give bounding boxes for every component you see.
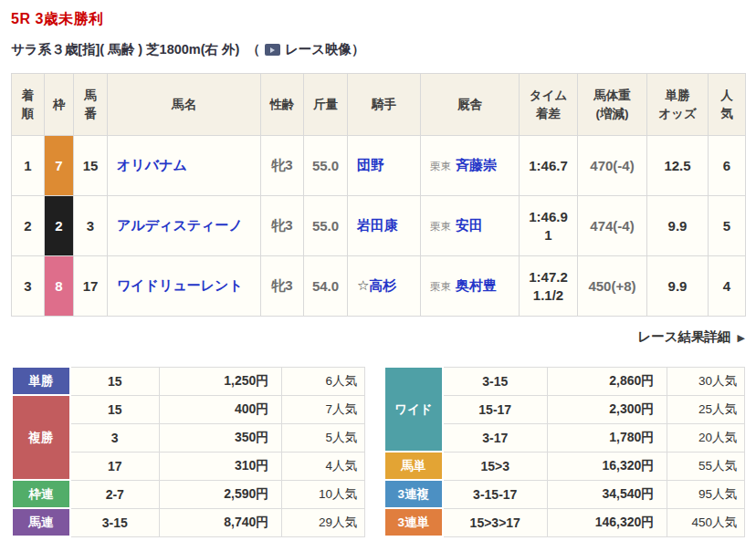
payout-popularity: 30人気 — [667, 367, 745, 395]
payout-combination: 15-17 — [443, 395, 548, 423]
time-margin-cell: 1:46.7 — [520, 136, 578, 196]
jockey-prefix: ☆ — [357, 277, 369, 293]
payout-type-label: 単勝 — [12, 367, 70, 395]
horse-name-cell: アルディスティーノ — [108, 196, 261, 256]
payout-table-left: 単勝 15 1,250円 6人気 複勝 15 400円 7人気 3 350円 5… — [11, 366, 365, 537]
payout-type-label: 複勝 — [12, 395, 70, 480]
payout-row: 枠連 2-7 2,590円 10人気 — [12, 480, 365, 508]
trainer-link[interactable]: 奥村豊 — [456, 277, 497, 293]
horse-weight: 470(-4) — [578, 136, 647, 196]
frame-number: 8 — [45, 256, 74, 317]
finish-time: 1:46.7 — [520, 157, 577, 175]
col-header-time-margin: タイム 着差 — [520, 74, 578, 136]
payout-row: 馬単 15>3 16,320円 55人気 — [384, 452, 744, 480]
col-header-frame: 枠 — [45, 74, 74, 136]
finish-position: 3 — [12, 256, 45, 317]
stable-cell: 栗東奥村豊 — [421, 256, 520, 317]
jockey-cell: 団野 — [348, 136, 421, 196]
race-video-link[interactable]: （ レース映像 ） — [247, 41, 364, 58]
carried-weight: 55.0 — [304, 136, 348, 196]
payout-amount: 2,590円 — [159, 480, 282, 508]
horse-number: 15 — [74, 136, 108, 196]
finish-position: 1 — [12, 136, 45, 196]
sex-age: 牝3 — [261, 256, 304, 317]
trainer-link[interactable]: 斉藤崇 — [456, 157, 497, 172]
trainer-link[interactable]: 安田 — [456, 217, 483, 233]
payout-combination: 3-15 — [443, 367, 548, 395]
jockey-link[interactable]: 岩田康 — [357, 217, 398, 233]
win-odds: 9.9 — [647, 196, 709, 256]
col-header-win-odds: 単勝 オッズ — [647, 74, 709, 136]
payout-popularity: 95人気 — [667, 480, 745, 508]
payout-section: 単勝 15 1,250円 6人気 複勝 15 400円 7人気 3 350円 5… — [11, 366, 745, 537]
horse-name-link[interactable]: オリバナム — [117, 157, 187, 172]
payout-combination: 15>3 — [443, 452, 548, 480]
frame-number: 7 — [45, 136, 74, 196]
carried-weight: 55.0 — [304, 196, 348, 256]
horse-name-link[interactable]: アルディスティーノ — [117, 217, 243, 233]
payout-amount: 146,320円 — [547, 508, 667, 536]
payout-type-label: 馬連 — [12, 508, 70, 536]
col-header-jockey: 騎手 — [348, 74, 421, 136]
payout-row: 馬連 3-15 8,740円 29人気 — [12, 508, 365, 536]
payout-combination: 3-15-17 — [443, 480, 548, 508]
jockey-link[interactable]: 団野 — [357, 157, 384, 172]
payout-table-right: ワイド 3-15 2,860円 30人気 15-17 2,300円 25人気 3… — [383, 366, 745, 537]
payout-amount: 1,780円 — [547, 423, 667, 452]
horse-weight: 450(+8) — [578, 256, 647, 317]
col-header-horse-name: 馬名 — [108, 74, 261, 136]
payout-popularity: 7人気 — [282, 395, 365, 423]
race-video-link-label[interactable]: レース映像 — [285, 41, 352, 58]
finish-time: 1:46.9 — [520, 208, 577, 226]
payout-amount: 400円 — [159, 395, 282, 423]
jockey-cell: 岩田康 — [348, 196, 421, 256]
col-header-horse-weight: 馬体重 (増減) — [578, 74, 647, 136]
payout-combination: 3-17 — [443, 423, 548, 452]
time-margin-cell: 1:46.91 — [520, 196, 578, 256]
paren-close: ） — [352, 41, 365, 58]
sex-age: 牝3 — [261, 136, 304, 196]
payout-combination: 15>3>17 — [443, 508, 548, 536]
payout-popularity: 20人気 — [667, 423, 745, 452]
result-row: 1 7 15 オリバナム 牝3 55.0 団野 栗東斉藤崇 1:46.7 470… — [12, 136, 746, 196]
win-odds: 9.9 — [647, 256, 709, 317]
stable-cell: 栗東安田 — [421, 196, 520, 256]
stable-area: 栗東 — [430, 161, 451, 172]
race-conditions: サラ系３歳[指]( 馬齢 ) 芝1800m(右 外) — [11, 41, 239, 58]
right-arrow-icon: ▶ — [738, 332, 745, 343]
payout-type-label: ワイド — [384, 367, 443, 452]
payout-combination: 15 — [70, 367, 160, 395]
stable-area: 栗東 — [430, 221, 451, 232]
payout-popularity: 4人気 — [282, 452, 365, 480]
payout-row: ワイド 3-15 2,860円 30人気 — [384, 367, 744, 395]
horse-weight: 474(-4) — [578, 196, 647, 256]
race-result-page: 5R 3歳未勝利 サラ系３歳[指]( 馬齢 ) 芝1800m(右 外) （ レー… — [0, 0, 756, 537]
payout-amount: 350円 — [159, 423, 282, 452]
race-conditions-bar: サラ系３歳[指]( 馬齢 ) 芝1800m(右 外) （ レース映像 ） — [11, 41, 745, 58]
horse-number: 3 — [74, 196, 108, 256]
payout-popularity: 5人気 — [282, 423, 365, 452]
payout-popularity: 55人気 — [667, 452, 745, 480]
payout-amount: 16,320円 — [547, 452, 667, 480]
jockey-link[interactable]: 高杉 — [369, 277, 396, 293]
col-header-weight: 斤量 — [304, 74, 348, 136]
win-odds: 12.5 — [647, 136, 709, 196]
col-header-sex-age: 性齢 — [261, 74, 304, 136]
payout-type-label: 馬単 — [384, 452, 443, 480]
horse-name-link[interactable]: ワイドリューレント — [117, 277, 243, 293]
race-result-detail-link[interactable]: レース結果詳細▶ — [637, 329, 745, 344]
carried-weight: 54.0 — [304, 256, 348, 317]
popularity: 6 — [709, 136, 746, 196]
payout-combination: 17 — [70, 452, 160, 480]
payout-popularity: 450人気 — [667, 508, 745, 536]
col-header-horse-number: 馬 番 — [74, 74, 108, 136]
payout-type-label: 3連単 — [384, 508, 443, 536]
payout-amount: 2,300円 — [547, 395, 667, 423]
payout-combination: 3 — [70, 423, 160, 452]
page-title: 5R 3歳未勝利 — [11, 10, 745, 29]
payout-type-label: 枠連 — [12, 480, 70, 508]
payout-amount: 34,540円 — [547, 480, 667, 508]
detail-link-row: レース結果詳細▶ — [11, 328, 745, 349]
payout-amount: 1,250円 — [159, 367, 282, 395]
payout-popularity: 10人気 — [282, 480, 365, 508]
